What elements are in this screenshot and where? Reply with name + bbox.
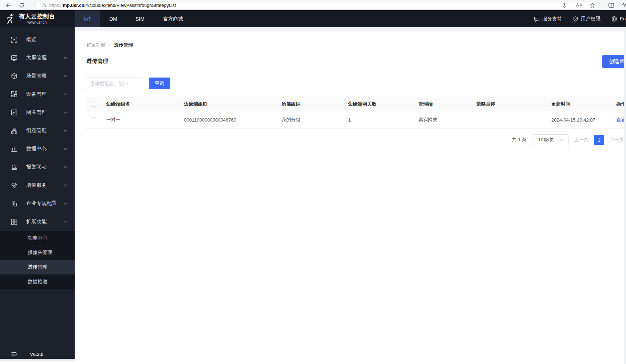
chevron-down-icon [64,93,67,95]
chevron-down-icon [64,148,67,150]
chevron-down-icon [64,130,67,132]
language-label: English [620,16,626,21]
chevron-down-icon [64,184,67,186]
refresh-icon [19,3,24,8]
header-update-time: 更新时间 [549,101,615,107]
sidebar-item-function-center[interactable]: 功能中心 [0,231,75,245]
pagination: 共 1 条 10条/页 上一页 1 下一页 [75,134,626,145]
alarm-icon [11,164,17,170]
url-text: https://mp.usr.cn/#/cloud/extend/ViewPas… [49,3,176,8]
cell-update-time: 2024-04-15 10:42:07 [549,117,615,123]
address-bar[interactable]: https://mp.usr.cn/#/cloud/extend/ViewPas… [35,1,599,9]
page-size-select[interactable]: 10条/页 [532,134,569,145]
location-icon[interactable] [562,3,567,8]
cell-org: 我的分组 [276,116,342,123]
favorite-star-icon[interactable] [590,3,595,8]
version-label: V6.2.0 [30,352,44,357]
query-button[interactable]: 查询 [149,78,170,89]
sidebar-item-extend[interactable]: 扩展功能 [0,213,75,231]
main-content: 扩展功能 › 透传管理 透传管理 创建透传策略 查询 边缘端组名 边缘端组ID … [75,27,626,364]
header-group-name: 边缘端组名 [101,101,178,107]
cell-group-id: 00011000000000046760 [178,117,276,123]
device-icon [11,91,17,98]
chevron-up-icon [64,221,67,223]
chevron-down-icon [64,111,67,114]
chat-icon [534,16,540,22]
back-arrow-icon [5,2,12,8]
scada-icon [11,127,17,134]
tab-official-mall[interactable]: 官方商城 [154,10,192,27]
breadcrumb-parent[interactable]: 扩展功能 [86,42,105,48]
top-navbar: 有人云控制台 www.usr.cn IoT DM SIM 官方商城 服务支持 用… [0,10,626,27]
row-checkbox[interactable] [91,117,96,122]
table-row: 一对一 00011000000000046760 我的分组 1 真实网关 202… [86,111,626,128]
page-number-1[interactable]: 1 [594,135,604,145]
chevron-down-icon [64,202,67,205]
partial-toolbar-icon[interactable] [621,1,626,9]
split-screen-icon[interactable] [608,2,614,8]
header-gateway-count: 边缘端网关数 [342,101,413,107]
overview-icon [11,36,17,43]
sidebar-item-data-center[interactable]: 数据中心 [0,140,75,158]
header-org: 所属组织 [276,101,342,107]
select-all-checkbox[interactable] [91,102,96,107]
page-size-value: 10条/页 [538,136,554,143]
user-permissions-label: 用户权限 [581,16,601,22]
user-permissions-link[interactable]: 用户权限 [573,16,601,22]
logo-subtitle: www.usr.cn [27,20,47,25]
enterprise-icon [11,200,17,207]
table-header-row: 边缘端组名 边缘端组ID 所属组织 边缘端网关数 管理端 策略启停 更新时间 操… [86,97,626,111]
logo[interactable]: 有人云控制台 www.usr.cn [0,10,75,27]
product-tabs: IoT DM SIM 官方商城 [75,10,192,27]
extend-icon [11,218,17,225]
breadcrumb-separator-icon: › [109,43,110,48]
next-page-button[interactable]: 下一页 [610,136,624,143]
title-divider [86,72,626,72]
collapse-sidebar-icon[interactable] [11,351,17,357]
sidebar-item-scene[interactable]: 场景管理 [0,67,75,85]
extend-submenu: 功能中心 摄像头管理 透传管理 数据推送 [0,231,75,289]
create-strategy-button[interactable]: 创建透传策略 [602,55,626,68]
prev-page-button[interactable]: 上一页 [574,136,588,143]
header-strategy-switch: 策略启停 [471,101,549,107]
sidebar-item-camera[interactable]: 摄像头管理 [0,245,75,260]
chevron-down-icon [64,166,67,168]
header-group-id: 边缘端组ID [178,101,276,107]
toggle-knob [470,120,476,126]
chevron-down-icon [64,57,67,59]
sidebar-item-enterprise[interactable]: 企业专属配置 [0,194,75,213]
gateway-icon [11,109,17,116]
chevron-down-icon [559,139,563,141]
lock-icon[interactable] [42,3,46,8]
sidebar-item-data-push[interactable]: 数据推送 [0,274,75,289]
scene-icon [11,73,17,79]
language-switch[interactable]: English [611,16,626,22]
browser-back-button[interactable] [3,1,14,9]
strategy-table: 边缘端组名 边缘端组ID 所属组织 边缘端网关数 管理端 策略启停 更新时间 操… [86,97,626,128]
tab-iot[interactable]: IoT [75,10,100,27]
browser-toolbar: https://mp.usr.cn/#/cloud/extend/ViewPas… [0,0,626,10]
big-screen-icon [11,55,17,61]
sidebar-bottom-strip [0,359,75,361]
sidebar-item-gateway[interactable]: 网关管理 [0,103,75,122]
search-input[interactable] [86,78,143,89]
sidebar-item-device[interactable]: 设备管理 [0,85,75,103]
value-service-icon [11,182,17,189]
read-aloud-icon[interactable] [575,3,582,8]
service-support-link[interactable]: 服务支持 [534,16,562,22]
tab-dm[interactable]: DM [100,10,126,27]
sidebar-item-overview[interactable]: 概览 [0,31,75,49]
service-support-label: 服务支持 [542,16,562,22]
sidebar-item-passthrough[interactable]: 透传管理 [0,260,75,274]
sidebar-item-scada[interactable]: 组态管理 [0,122,75,140]
content-scrollbar[interactable] [624,27,626,364]
globe-icon [611,16,617,22]
sidebar-item-alarm[interactable]: 报警联动 [0,158,75,176]
browser-refresh-button[interactable] [16,1,27,9]
tab-sim[interactable]: SIM [126,10,154,27]
header-manage-side: 管理端 [413,101,471,107]
sidebar-item-value-service[interactable]: 增值服务 [0,176,75,194]
breadcrumb: 扩展功能 › 透传管理 [86,42,626,48]
sidebar-item-big-screen[interactable]: 大屏管理 [0,49,75,67]
cell-group-name: 一对一 [101,116,178,123]
